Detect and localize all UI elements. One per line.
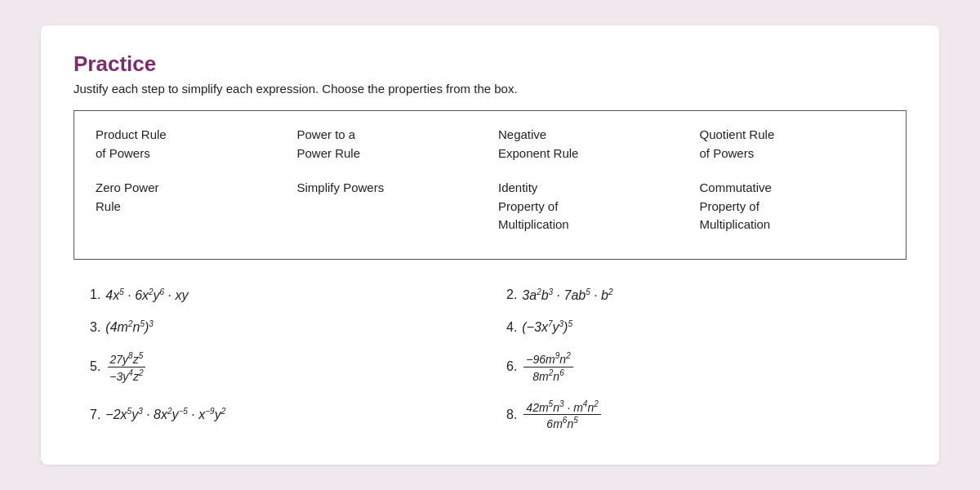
prop-product-rule: Product Ruleof Powers	[87, 121, 289, 174]
prop-simplify-powers: Simplify Powers	[289, 174, 491, 246]
problem-7-expr: −2x5y3 · 8x2y−5 · x−9y2	[105, 407, 225, 422]
prop-commutative-property: CommutativeProperty ofMultiplication	[692, 174, 893, 246]
problem-6: 6. −96m9n2 8m2n6	[490, 346, 906, 387]
properties-box: Product Ruleof Powers Power to aPower Ru…	[74, 110, 906, 260]
problem-8-numerator: 42m5n3 · m4n2	[523, 399, 600, 416]
problem-8: 8. 42m5n3 · m4n2 6m6n5	[490, 394, 906, 435]
problem-7: 7. −2x5y3 · 8x2y−5 · x−9y2	[74, 394, 490, 435]
prop-quotient-rule: Quotient Ruleof Powers	[692, 121, 893, 174]
problem-2-num: 2.	[506, 287, 517, 302]
problem-8-expr: 42m5n3 · m4n2 6m6n5	[522, 399, 602, 430]
problem-5-expr: 27y8z5 −3y4z2	[105, 351, 147, 382]
problem-5-denominator: −3y4z2	[107, 368, 145, 383]
problem-4-num: 4.	[506, 320, 517, 335]
problem-6-numerator: −96m9n2	[523, 351, 572, 368]
problem-4-expr: (−3x7y3)5	[522, 319, 572, 335]
problem-1-num: 1.	[90, 287, 100, 302]
problem-2: 2. 3a2b3 · 7ab5 · b2	[490, 283, 906, 308]
problem-5: 5. 27y8z5 −3y4z2	[74, 346, 490, 387]
problem-3: 3. (4m2n5)3	[74, 314, 490, 340]
problem-6-expr: −96m9n2 8m2n6	[522, 351, 574, 382]
problem-6-denominator: 8m2n6	[530, 368, 566, 383]
problem-1-expr: 4x5 · 6x2y6 · xy	[105, 287, 188, 303]
page-title: Practice	[74, 51, 906, 77]
page-subtitle: Justify each step to simplify each expre…	[74, 82, 906, 96]
problems-grid: 1. 4x5 · 6x2y6 · xy 2. 3a2b3 · 7ab5 · b2…	[74, 283, 906, 435]
problem-3-num: 3.	[90, 320, 100, 335]
prop-negative-exponent: NegativeExponent Rule	[490, 121, 692, 174]
problem-1: 1. 4x5 · 6x2y6 · xy	[74, 283, 490, 308]
problem-5-fraction: 27y8z5 −3y4z2	[107, 351, 145, 382]
prop-zero-power: Zero PowerRule	[87, 174, 289, 246]
problem-5-num: 5.	[90, 359, 100, 374]
problem-5-numerator: 27y8z5	[108, 351, 146, 368]
problem-2-expr: 3a2b3 · 7ab5 · b2	[522, 287, 612, 303]
prop-identity-property: IdentityProperty ofMultiplication	[490, 174, 692, 246]
problem-8-denominator: 6m6n5	[544, 415, 580, 430]
problem-6-fraction: −96m9n2 8m2n6	[523, 351, 572, 382]
problem-4: 4. (−3x7y3)5	[490, 314, 906, 340]
problem-7-num: 7.	[90, 408, 100, 422]
problem-3-expr: (4m2n5)3	[105, 319, 153, 335]
main-card: Practice Justify each step to simplify e…	[41, 25, 939, 465]
prop-power-to-power: Power to aPower Rule	[289, 121, 491, 174]
problem-6-num: 6.	[506, 359, 517, 374]
problem-8-fraction: 42m5n3 · m4n2 6m6n5	[523, 399, 600, 430]
problem-8-num: 8.	[506, 408, 517, 422]
